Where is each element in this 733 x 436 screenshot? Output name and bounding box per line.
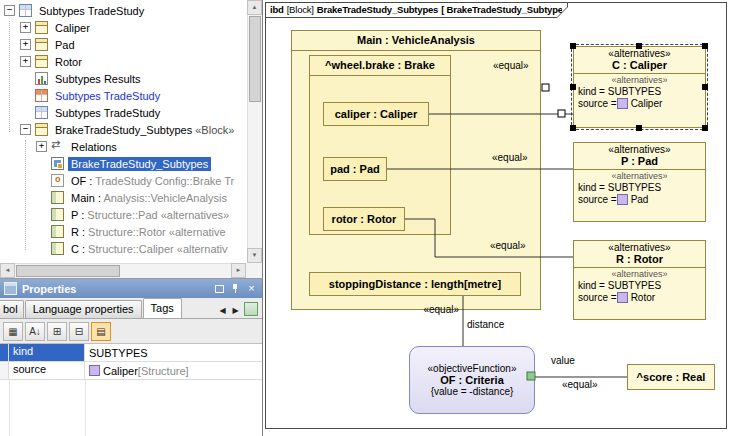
vertical-scroll-thumb[interactable] bbox=[249, 16, 261, 102]
tree-item-label: Subtypes TradeStudy bbox=[52, 106, 163, 120]
compartment-label: «alternatives» bbox=[574, 74, 705, 85]
tree-item-relations[interactable]: +Relations bbox=[0, 138, 246, 155]
block-icon bbox=[35, 55, 48, 68]
caliper-part[interactable]: caliper : Caliper bbox=[323, 102, 429, 126]
table-layout-button[interactable]: ▦ bbox=[3, 322, 23, 341]
frame-element-type: [Block] bbox=[287, 4, 314, 15]
tree-vertical-scrollbar[interactable] bbox=[247, 0, 262, 263]
block-name: R : Rotor bbox=[574, 253, 705, 268]
scroll-right-icon[interactable] bbox=[231, 263, 246, 278]
element-icon bbox=[89, 365, 100, 376]
equal-label[interactable]: «equal» bbox=[493, 60, 529, 71]
tree-item-subtypes-tradestudy[interactable]: Subtypes TradeStudy bbox=[0, 104, 246, 121]
pad-part[interactable]: pad : Pad bbox=[323, 157, 387, 181]
tab-language-properties[interactable]: Language properties bbox=[25, 300, 142, 318]
tree-item-p[interactable]: P : Structure::Pad «alternatives» bbox=[0, 206, 246, 223]
stereotype-label: «alternatives» bbox=[574, 47, 705, 59]
objective-name: OF : Criteria bbox=[410, 374, 534, 386]
tree-item-label: BrakeTradeStudy_Subtypes «Block» bbox=[52, 123, 237, 137]
config-icon bbox=[51, 174, 64, 187]
tree-item-subtypes-tradestudy[interactable]: −Subtypes TradeStudy bbox=[0, 2, 246, 19]
frame-header-text: ibd[Block]BrakeTradeStudy_Subtypes[ Brak… bbox=[270, 3, 562, 17]
trade-study-icon bbox=[19, 4, 32, 17]
tree-item-pad[interactable]: +Pad bbox=[0, 36, 246, 53]
show-default-values-button[interactable]: ▤ bbox=[91, 322, 111, 341]
source-tag-value: source = Caliper bbox=[574, 97, 705, 109]
tag-value: Caliper [Structure] bbox=[85, 362, 262, 379]
expand-icon[interactable]: + bbox=[20, 22, 31, 33]
tree-horizontal-scrollbar[interactable] bbox=[0, 263, 246, 278]
expand-icon[interactable]: + bbox=[36, 141, 47, 152]
distance-label[interactable]: distance bbox=[467, 319, 504, 330]
magicdraw-window: { "colors": { "selection": "#3166c5", "b… bbox=[0, 0, 733, 436]
alternative-block-c-caliper[interactable]: «alternatives»C : Caliper«alternatives»k… bbox=[573, 46, 706, 128]
tree-item-r[interactable]: R : Structure::Rotor «alternative bbox=[0, 223, 246, 240]
tree-item-of[interactable]: OF : TradeStudy Config::Brake Tr bbox=[0, 172, 246, 189]
tag-row-kind[interactable]: kindSUBTYPES bbox=[0, 344, 262, 362]
equal-label[interactable]: «equal» bbox=[421, 304, 459, 315]
tag-name: kind bbox=[9, 344, 85, 361]
collapse-icon[interactable]: − bbox=[20, 124, 31, 135]
tab-scroll-right-icon[interactable]: ▶ bbox=[229, 304, 242, 318]
containment-tree: −Subtypes TradeStudy+Caliper+Pad+RotorSu… bbox=[0, 2, 246, 263]
collapse-all-button[interactable]: ⊟ bbox=[69, 322, 89, 341]
source-tag-value: source = Pad bbox=[574, 193, 705, 205]
tree-item-braketradestudy-subtypes[interactable]: −BrakeTradeStudy_Subtypes «Block» bbox=[0, 121, 246, 138]
scrollbar-corner bbox=[246, 263, 262, 278]
tree-item-subtypes-tradestudy[interactable]: Subtypes TradeStudy bbox=[0, 87, 246, 104]
relations-icon bbox=[51, 140, 64, 153]
expand-all-button[interactable]: ⊞ bbox=[47, 322, 67, 341]
sort-alphabetically-button[interactable]: A↓ bbox=[25, 322, 45, 341]
tree-item-label: Rotor bbox=[52, 55, 85, 69]
undock-icon[interactable] bbox=[213, 282, 226, 295]
scroll-left-icon[interactable] bbox=[0, 263, 15, 278]
part-icon bbox=[51, 225, 64, 238]
tree-item-braketradestudy-subtypes[interactable]: BrakeTradeStudy_Subtypes bbox=[0, 155, 246, 172]
tree-item-label: Subtypes TradeStudy bbox=[52, 89, 163, 103]
tree-item-caliper[interactable]: +Caliper bbox=[0, 19, 246, 36]
block-icon bbox=[35, 123, 48, 136]
pin-icon[interactable] bbox=[229, 282, 242, 295]
equal-label[interactable]: «equal» bbox=[492, 152, 528, 163]
frame-diagram-name: [ BrakeTradeStudy_Subtypes ] bbox=[441, 4, 562, 15]
tree-item-label: C : Structure::Caliper «alternativ bbox=[68, 242, 231, 256]
tab-tags[interactable]: Tags bbox=[143, 298, 182, 318]
alternative-block-p-pad[interactable]: «alternatives»P : Pad«alternatives»kind … bbox=[573, 142, 706, 222]
element-icon bbox=[617, 98, 628, 109]
expand-icon[interactable]: + bbox=[20, 39, 31, 50]
tree-item-c[interactable]: C : Structure::Caliper «alternativ bbox=[0, 240, 246, 257]
objective-function-block[interactable]: «objectiveFunction» OF : Criteria {value… bbox=[409, 346, 535, 414]
tab-scroll-left-icon[interactable]: ◀ bbox=[216, 304, 229, 318]
tag-value-table: kindSUBTYPESsourceCaliper [Structure] bbox=[0, 343, 262, 436]
score-part[interactable]: ^score : Real bbox=[627, 364, 715, 390]
expand-icon[interactable]: + bbox=[20, 56, 31, 67]
tree-item-label: Caliper bbox=[52, 21, 93, 35]
equal-label[interactable]: «equal» bbox=[562, 379, 598, 390]
equal-label[interactable]: «equal» bbox=[490, 240, 526, 251]
panel-options-icon[interactable] bbox=[244, 302, 258, 316]
tree-item-main[interactable]: Main : Analysis::VehicleAnalysis bbox=[0, 189, 246, 206]
scroll-up-icon[interactable] bbox=[247, 0, 262, 15]
tree-item-subtypes-results[interactable]: Subtypes Results bbox=[0, 70, 246, 87]
tree-item-rotor[interactable]: +Rotor bbox=[0, 53, 246, 70]
value-label[interactable]: value bbox=[551, 355, 575, 366]
stereotype-label: «alternatives» bbox=[574, 241, 705, 253]
stopping-distance-part[interactable]: stoppingDistance : length[metre] bbox=[309, 272, 521, 296]
row-gutter bbox=[0, 362, 9, 379]
kind-tag-value: kind = SUBTYPES bbox=[574, 181, 705, 193]
part-title: ^wheel.brake : Brake bbox=[310, 56, 450, 76]
scroll-down-icon[interactable] bbox=[247, 248, 262, 263]
close-icon[interactable]: × bbox=[245, 282, 258, 295]
horizontal-scroll-thumb[interactable] bbox=[16, 265, 120, 277]
tag-row-source[interactable]: sourceCaliper [Structure] bbox=[0, 362, 262, 380]
tab-bol[interactable]: bol bbox=[0, 300, 24, 318]
compartment-label: «alternatives» bbox=[574, 170, 705, 181]
properties-panel-header[interactable]: Properties × bbox=[0, 279, 262, 298]
collapse-icon[interactable]: − bbox=[4, 5, 15, 16]
source-tag-value: source = Rotor bbox=[574, 291, 705, 303]
tree-item-label: P : Structure::Pad «alternatives» bbox=[68, 208, 232, 222]
rotor-part[interactable]: rotor : Rotor bbox=[323, 207, 405, 231]
alternative-block-r-rotor[interactable]: «alternatives»R : Rotor«alternatives»kin… bbox=[573, 240, 706, 320]
diagram-frame-header: ibd[Block]BrakeTradeStudy_Subtypes[ Brak… bbox=[265, 2, 569, 18]
diagram-canvas[interactable]: ibd[Block]BrakeTradeStudy_Subtypes[ Brak… bbox=[262, 0, 733, 436]
